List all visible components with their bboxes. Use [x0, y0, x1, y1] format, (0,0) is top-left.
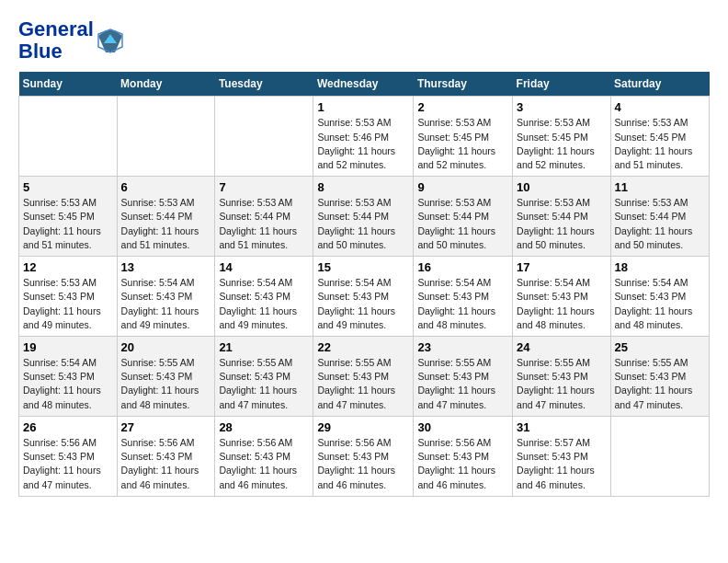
- calendar-cell: 8Sunrise: 5:53 AMSunset: 5:44 PMDaylight…: [313, 177, 414, 257]
- day-number: 27: [121, 420, 211, 434]
- day-number: 30: [417, 420, 508, 434]
- day-number: 3: [517, 100, 606, 114]
- cell-info: Sunrise: 5:56 AMSunset: 5:43 PMDaylight:…: [317, 436, 409, 492]
- cell-info: Sunrise: 5:55 AMSunset: 5:43 PMDaylight:…: [615, 356, 705, 412]
- cell-info: Sunrise: 5:53 AMSunset: 5:43 PMDaylight:…: [23, 276, 113, 332]
- cell-info: Sunrise: 5:54 AMSunset: 5:43 PMDaylight:…: [417, 276, 508, 332]
- day-number: 2: [417, 100, 508, 114]
- day-number: 29: [317, 420, 409, 434]
- calendar-cell: [117, 97, 215, 177]
- calendar-cell: 20Sunrise: 5:55 AMSunset: 5:43 PMDayligh…: [117, 337, 215, 417]
- day-number: 21: [219, 340, 309, 354]
- day-number: 7: [219, 180, 309, 194]
- cell-info: Sunrise: 5:53 AMSunset: 5:44 PMDaylight:…: [517, 196, 606, 252]
- cell-info: Sunrise: 5:55 AMSunset: 5:43 PMDaylight:…: [219, 356, 309, 412]
- calendar-cell: 26Sunrise: 5:56 AMSunset: 5:43 PMDayligh…: [19, 416, 118, 496]
- day-number: 20: [121, 340, 211, 354]
- day-number: 14: [219, 260, 309, 274]
- calendar-cell: 24Sunrise: 5:55 AMSunset: 5:43 PMDayligh…: [513, 337, 610, 417]
- calendar-cell: 25Sunrise: 5:55 AMSunset: 5:43 PMDayligh…: [610, 337, 709, 417]
- calendar-cell: 11Sunrise: 5:53 AMSunset: 5:44 PMDayligh…: [610, 177, 709, 257]
- calendar-cell: 6Sunrise: 5:53 AMSunset: 5:44 PMDaylight…: [117, 177, 215, 257]
- calendar-cell: [610, 416, 709, 496]
- calendar-cell: 2Sunrise: 5:53 AMSunset: 5:45 PMDaylight…: [414, 97, 513, 177]
- day-header-monday: Monday: [117, 72, 215, 97]
- day-number: 19: [23, 340, 113, 354]
- calendar-cell: 16Sunrise: 5:54 AMSunset: 5:43 PMDayligh…: [414, 257, 513, 337]
- calendar-cell: 28Sunrise: 5:56 AMSunset: 5:43 PMDayligh…: [215, 416, 313, 496]
- calendar-cell: 27Sunrise: 5:56 AMSunset: 5:43 PMDayligh…: [117, 416, 215, 496]
- calendar-cell: [215, 97, 313, 177]
- calendar-cell: 5Sunrise: 5:53 AMSunset: 5:45 PMDaylight…: [19, 177, 118, 257]
- day-number: 4: [615, 100, 705, 114]
- calendar-cell: 22Sunrise: 5:55 AMSunset: 5:43 PMDayligh…: [313, 337, 414, 417]
- cell-info: Sunrise: 5:53 AMSunset: 5:44 PMDaylight:…: [615, 196, 705, 252]
- calendar-table: SundayMondayTuesdayWednesdayThursdayFrid…: [18, 72, 710, 496]
- day-number: 23: [417, 340, 508, 354]
- calendar-cell: 3Sunrise: 5:53 AMSunset: 5:45 PMDaylight…: [513, 97, 610, 177]
- cell-info: Sunrise: 5:53 AMSunset: 5:45 PMDaylight:…: [615, 116, 705, 172]
- page-header: GeneralBlue: [18, 18, 710, 63]
- day-number: 25: [615, 340, 705, 354]
- day-number: 28: [219, 420, 309, 434]
- cell-info: Sunrise: 5:56 AMSunset: 5:43 PMDaylight:…: [121, 436, 211, 492]
- day-number: 31: [517, 420, 606, 434]
- day-header-sunday: Sunday: [19, 72, 118, 97]
- logo-text: GeneralBlue: [18, 18, 94, 63]
- calendar-cell: 1Sunrise: 5:53 AMSunset: 5:46 PMDaylight…: [313, 97, 414, 177]
- calendar-cell: 13Sunrise: 5:54 AMSunset: 5:43 PMDayligh…: [117, 257, 215, 337]
- calendar-cell: 18Sunrise: 5:54 AMSunset: 5:43 PMDayligh…: [610, 257, 709, 337]
- cell-info: Sunrise: 5:54 AMSunset: 5:43 PMDaylight:…: [219, 276, 309, 332]
- calendar-cell: [19, 97, 118, 177]
- day-number: 26: [23, 420, 113, 434]
- calendar-cell: 29Sunrise: 5:56 AMSunset: 5:43 PMDayligh…: [313, 416, 414, 496]
- calendar-cell: 9Sunrise: 5:53 AMSunset: 5:44 PMDaylight…: [414, 177, 513, 257]
- cell-info: Sunrise: 5:53 AMSunset: 5:45 PMDaylight:…: [517, 116, 606, 172]
- cell-info: Sunrise: 5:55 AMSunset: 5:43 PMDaylight:…: [517, 356, 606, 412]
- calendar-cell: 15Sunrise: 5:54 AMSunset: 5:43 PMDayligh…: [313, 257, 414, 337]
- day-number: 18: [615, 260, 705, 274]
- cell-info: Sunrise: 5:53 AMSunset: 5:45 PMDaylight:…: [417, 116, 508, 172]
- cell-info: Sunrise: 5:54 AMSunset: 5:43 PMDaylight:…: [23, 356, 113, 412]
- cell-info: Sunrise: 5:56 AMSunset: 5:43 PMDaylight:…: [417, 436, 508, 492]
- logo-icon: [97, 27, 124, 54]
- day-number: 24: [517, 340, 606, 354]
- cell-info: Sunrise: 5:54 AMSunset: 5:43 PMDaylight:…: [615, 276, 705, 332]
- calendar-cell: 14Sunrise: 5:54 AMSunset: 5:43 PMDayligh…: [215, 257, 313, 337]
- week-row-1: 1Sunrise: 5:53 AMSunset: 5:46 PMDaylight…: [19, 97, 710, 177]
- day-number: 11: [615, 180, 705, 194]
- day-number: 5: [23, 180, 113, 194]
- day-header-saturday: Saturday: [610, 72, 709, 97]
- calendar-cell: 10Sunrise: 5:53 AMSunset: 5:44 PMDayligh…: [513, 177, 610, 257]
- day-number: 22: [317, 340, 409, 354]
- calendar-cell: 4Sunrise: 5:53 AMSunset: 5:45 PMDaylight…: [610, 97, 709, 177]
- week-row-4: 19Sunrise: 5:54 AMSunset: 5:43 PMDayligh…: [19, 337, 710, 417]
- calendar-cell: 12Sunrise: 5:53 AMSunset: 5:43 PMDayligh…: [19, 257, 118, 337]
- calendar-cell: 21Sunrise: 5:55 AMSunset: 5:43 PMDayligh…: [215, 337, 313, 417]
- cell-info: Sunrise: 5:55 AMSunset: 5:43 PMDaylight:…: [121, 356, 211, 412]
- calendar-cell: 31Sunrise: 5:57 AMSunset: 5:43 PMDayligh…: [513, 416, 610, 496]
- day-header-tuesday: Tuesday: [215, 72, 313, 97]
- cell-info: Sunrise: 5:55 AMSunset: 5:43 PMDaylight:…: [417, 356, 508, 412]
- cell-info: Sunrise: 5:54 AMSunset: 5:43 PMDaylight:…: [317, 276, 409, 332]
- cell-info: Sunrise: 5:54 AMSunset: 5:43 PMDaylight:…: [121, 276, 211, 332]
- cell-info: Sunrise: 5:56 AMSunset: 5:43 PMDaylight:…: [219, 436, 309, 492]
- day-number: 8: [317, 180, 409, 194]
- calendar-cell: 7Sunrise: 5:53 AMSunset: 5:44 PMDaylight…: [215, 177, 313, 257]
- day-number: 9: [417, 180, 508, 194]
- day-number: 16: [417, 260, 508, 274]
- day-header-friday: Friday: [513, 72, 610, 97]
- day-number: 6: [121, 180, 211, 194]
- cell-info: Sunrise: 5:54 AMSunset: 5:43 PMDaylight:…: [517, 276, 606, 332]
- cell-info: Sunrise: 5:53 AMSunset: 5:44 PMDaylight:…: [219, 196, 309, 252]
- calendar-cell: 30Sunrise: 5:56 AMSunset: 5:43 PMDayligh…: [414, 416, 513, 496]
- cell-info: Sunrise: 5:56 AMSunset: 5:43 PMDaylight:…: [23, 436, 113, 492]
- week-row-5: 26Sunrise: 5:56 AMSunset: 5:43 PMDayligh…: [19, 416, 710, 496]
- calendar-cell: 19Sunrise: 5:54 AMSunset: 5:43 PMDayligh…: [19, 337, 118, 417]
- cell-info: Sunrise: 5:53 AMSunset: 5:44 PMDaylight:…: [121, 196, 211, 252]
- day-number: 1: [317, 100, 409, 114]
- cell-info: Sunrise: 5:53 AMSunset: 5:44 PMDaylight:…: [317, 196, 409, 252]
- day-number: 17: [517, 260, 606, 274]
- day-number: 10: [517, 180, 606, 194]
- day-header-wednesday: Wednesday: [313, 72, 414, 97]
